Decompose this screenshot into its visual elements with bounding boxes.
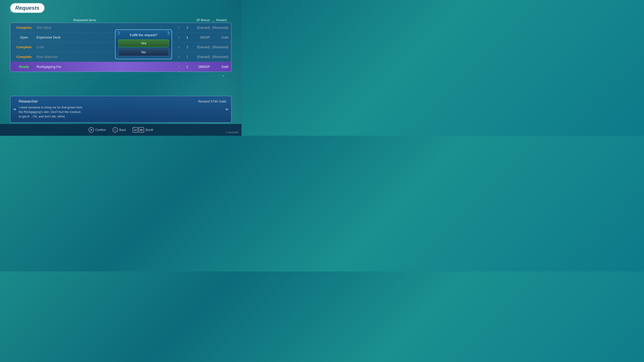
back-hint: ○ Back (112, 127, 126, 133)
item-qty: 1 (182, 35, 188, 39)
item-qty: 1 (182, 65, 188, 69)
info-header: Researcher Reward 5760 Gald (19, 99, 226, 104)
bottom-bar: ✕ Confirm ○ Back L2 R2 Scroll (0, 124, 242, 136)
item-name: Rockgagong Fur (35, 65, 176, 69)
col-header-requested-items: Requested Items (10, 18, 159, 22)
x-button-icon: ✕ (88, 127, 94, 133)
status-open: Open (13, 35, 35, 39)
sp-bonus: 380SP (188, 35, 212, 39)
dialog-question: Fulfill the request? (118, 33, 169, 37)
sp-bonus: (Earned) (188, 26, 212, 30)
multiply-symbol: × (176, 65, 182, 68)
info-panel: ❧ ❧ Researcher Reward 5760 Gald I need s… (10, 96, 232, 123)
sp-bonus: 2880SP (188, 65, 212, 69)
dialog-decor-left: ꔓ (117, 31, 120, 35)
status-complete: Complete (13, 55, 35, 59)
reward-value: (Received) (212, 45, 228, 49)
title-box: Requests (10, 3, 44, 13)
confirm-hint: ✕ Confirm (88, 127, 106, 133)
dialog-decor-right: ꔓ (167, 31, 170, 35)
status-complete: Complete (13, 26, 35, 30)
col-header-sp-bonus: SP Bonus (193, 18, 213, 22)
multiply-symbol: × (176, 36, 182, 39)
l2-button-icon: L2 (133, 127, 138, 133)
scroll-buttons: L2 R2 (133, 127, 144, 133)
status-complete: Complete (13, 45, 35, 49)
info-panel-decor-right: ❧ (225, 107, 229, 112)
scroll-hint: L2 R2 Scroll (133, 127, 153, 133)
requester-name: Researcher (19, 99, 38, 104)
watermark: ✦ THEGAMER (225, 131, 239, 134)
reward-value: Gald (212, 65, 228, 69)
item-qty: 1 (182, 55, 188, 59)
dialog-yes-button[interactable]: Yes (118, 39, 169, 47)
dialog-no-button[interactable]: No (118, 48, 169, 56)
column-headers: Requested Items SP Bonus Reward (10, 18, 232, 22)
reward-value: (Received) (212, 55, 228, 59)
reward-amount: Reward 5760 Gald (198, 99, 226, 103)
reward-value: (Received) (212, 26, 228, 30)
sp-bonus: (Earned) (188, 55, 212, 59)
sp-bonus: (Earned) (188, 45, 212, 49)
back-label: Back (119, 128, 126, 132)
col-header-reward: Reward (213, 18, 230, 22)
table-row-selected[interactable]: Ready Rockgagong Fur × 1 2880SP Gald (10, 62, 231, 71)
request-description: I need someone to bring me fur that grow… (19, 105, 226, 119)
item-qty: 3 (182, 45, 188, 49)
multiply-symbol: × (176, 26, 182, 29)
confirm-label: Confirm (95, 128, 106, 132)
page-title: Requests (15, 5, 40, 11)
r2-button-icon: R2 (139, 127, 144, 133)
circle-button-icon: ○ (112, 127, 118, 133)
scroll-label: Scroll (146, 128, 153, 132)
reward-value: Gald (212, 35, 228, 39)
info-panel-decor-left: ❧ (13, 107, 16, 112)
item-name: Red Wine (35, 26, 176, 30)
item-qty: 3 (182, 26, 188, 30)
title-container: Requests (10, 3, 44, 13)
multiply-symbol: × (176, 45, 182, 49)
status-ready: Ready (13, 65, 35, 69)
fulfill-dialog: ꔓ ꔓ Fulfill the request? Yes No (115, 29, 172, 59)
multiply-symbol: × (176, 55, 182, 59)
